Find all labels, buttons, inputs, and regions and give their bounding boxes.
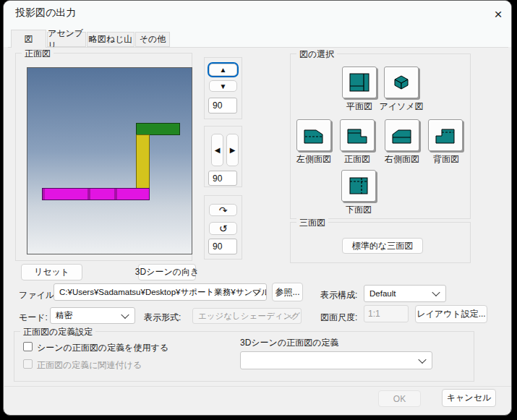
rotate-counterclockwise-button[interactable]: ↺ [209, 222, 237, 235]
scene-front-definition-combobox[interactable] [240, 351, 432, 369]
chevron-down-icon [418, 355, 426, 363]
display-config-combobox[interactable]: Default [364, 285, 446, 302]
cancel-button-label: キャンセル [447, 392, 491, 404]
reset-button-label: リセット [34, 266, 69, 278]
view-select-group: 図の選択 平面図 アイソメ図 [290, 53, 471, 219]
associate-front-definition-checkbox [23, 359, 33, 369]
model-green-bar [136, 123, 180, 135]
display-format-value: エッジなしシェーディング [198, 311, 300, 322]
top-view-button[interactable] [342, 67, 377, 98]
front-view-definition-group-label: 正面図の定義設定 [20, 326, 95, 338]
rotate-down-button[interactable]: ▼ [209, 80, 237, 92]
rotate-horizontal-group: ◀ ▶ [204, 126, 242, 187]
front-view-preview[interactable] [27, 67, 192, 254]
display-format-label: 表示形式: [144, 312, 181, 324]
cancel-button[interactable]: キャンセル [442, 389, 496, 407]
isometric-view-label: アイソメ図 [377, 100, 425, 113]
ok-button-label: OK [393, 394, 406, 404]
arrow-left-icon: ◀ [215, 146, 221, 154]
browse-button[interactable]: 参照... [272, 283, 303, 301]
front-view-button[interactable] [340, 119, 375, 151]
rotate-roll-group: ↷ ↺ [204, 195, 242, 260]
rotate-left-button[interactable]: ◀ [211, 134, 223, 166]
rotate-up-button[interactable]: ▲ [209, 64, 237, 76]
display-config-label: 表示構成: [320, 289, 357, 301]
arrow-right-icon: ▶ [230, 146, 236, 154]
dialog-title: 投影図の出力 [15, 7, 76, 20]
model-yellow-bar [136, 134, 150, 189]
drawing-scale-label: 図面尺度: [320, 312, 357, 324]
mode-value: 精密 [56, 310, 72, 321]
right-side-view-label: 右側面図 [379, 153, 425, 166]
ok-button: OK [378, 390, 421, 407]
projection-output-dialog: 投影図の出力 × 図 アセンブリ 略図ねじ山 その他 正面図 リセット 3Dシー… [3, 0, 512, 416]
browse-button-label: 参照... [275, 286, 299, 299]
standard-three-view-button[interactable]: 標準的な三面図 [342, 238, 423, 254]
front-view-group-label: 正面図 [22, 48, 54, 60]
display-config-value: Default [369, 289, 396, 298]
scene-orientation-label: 3Dシーンの向き [135, 266, 199, 278]
roll-angle-input[interactable] [208, 239, 237, 254]
front-view-definition-group: 正面図の定義設定 シーンの正面図の定義を使用する 正面図の定義に関連付ける 3D… [14, 331, 474, 382]
chevron-down-icon [432, 288, 440, 296]
left-side-view-button[interactable] [296, 119, 331, 151]
use-scene-front-checkbox[interactable] [23, 342, 33, 351]
model-magenta-seam [87, 189, 90, 200]
chevron-down-icon [121, 310, 129, 318]
tab-divider [8, 47, 508, 48]
close-button[interactable]: × [487, 4, 510, 25]
right-side-view-button[interactable] [385, 119, 419, 151]
model-magenta-bar [42, 188, 150, 200]
model-magenta-seam [114, 189, 117, 200]
file-path-combobox[interactable]: C:¥Users¥Sadamatsu¥Desktop¥サポート業務¥サンプル [54, 283, 267, 301]
arrow-up-icon: ▲ [220, 66, 227, 74]
rotate-cw-icon: ↷ [219, 205, 228, 215]
tab-label: その他 [140, 33, 166, 46]
front-view-label: 正面図 [335, 153, 380, 166]
mode-label: モード: [19, 312, 48, 324]
file-label: ファイル: [19, 289, 56, 301]
back-view-button[interactable] [428, 119, 463, 151]
bottom-view-icon [347, 176, 370, 196]
three-view-group: 三面図 標準的な三面図 [290, 222, 471, 263]
view-select-group-label: 図の選択 [296, 48, 337, 61]
rotate-right-button[interactable]: ▶ [226, 134, 239, 166]
model-magenta-cap [43, 189, 45, 200]
horizontal-angle-input[interactable] [208, 171, 237, 186]
tab-label: 略図ねじ山 [89, 33, 133, 46]
tab-other[interactable]: その他 [135, 32, 170, 47]
rotate-clockwise-button[interactable]: ↷ [209, 204, 237, 216]
rotate-ccw-icon: ↺ [219, 223, 228, 233]
isometric-view-button[interactable] [384, 67, 419, 98]
tab-label: 図 [25, 33, 33, 46]
left-side-view-label: 左側面図 [291, 153, 337, 166]
left-side-view-icon [302, 125, 325, 145]
mode-combobox[interactable]: 精密 [50, 307, 135, 324]
reset-button[interactable]: リセット [21, 264, 82, 280]
back-view-label: 背面図 [424, 153, 469, 166]
front-view-group: 正面図 [15, 53, 192, 261]
front-view-icon [346, 125, 369, 145]
three-view-group-label: 三面図 [296, 217, 328, 229]
footer-divider [4, 386, 512, 387]
bottom-view-button[interactable] [341, 170, 376, 202]
layout-settings-button[interactable]: レイアウト設定... [415, 305, 487, 323]
scene-orientation-button[interactable]: 3Dシーンの向き [138, 264, 196, 280]
standard-three-view-label: 標準的な三面図 [352, 240, 413, 252]
arrow-down-icon: ▼ [220, 82, 227, 90]
file-path-value: C:¥Users¥Sadamatsu¥Desktop¥サポート業務¥サンプル [59, 287, 267, 298]
drawing-scale-input [364, 305, 409, 322]
use-scene-front-checkbox-label: シーンの正面図の定義を使用する [37, 342, 168, 354]
associate-front-definition-label: 正面図の定義に関連付ける [37, 359, 142, 372]
bottom-view-label: 下面図 [336, 204, 382, 216]
back-view-icon [434, 125, 457, 145]
rotate-vertical-group: ▲ ▼ [204, 57, 242, 119]
tab-view[interactable]: 図 [11, 30, 46, 48]
isometric-view-icon [390, 72, 413, 93]
layout-settings-label: レイアウト設定... [416, 308, 485, 320]
vertical-angle-input[interactable] [208, 98, 237, 113]
tab-schematic-thread[interactable]: 略図ねじ山 [87, 32, 134, 47]
close-icon: × [494, 7, 502, 22]
scene-front-definition-label: 3Dシーンの正面図の定義 [240, 337, 338, 349]
tab-assembly[interactable]: アセンブリ [47, 32, 86, 47]
